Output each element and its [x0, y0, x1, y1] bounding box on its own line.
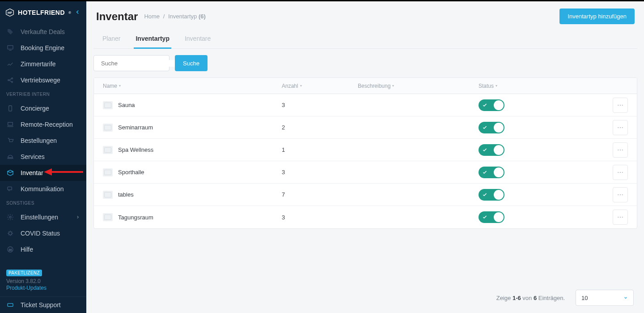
svg-text:HF: HF	[8, 11, 12, 15]
svg-point-28	[622, 172, 623, 172]
tab-planer[interactable]: Planer	[101, 30, 122, 49]
toolbar: Suche	[93, 49, 637, 77]
sidebar-item-label: Verkaufte Deals	[21, 28, 65, 35]
column-count[interactable]: Anzahl▾	[273, 83, 349, 89]
chat-icon	[6, 185, 14, 193]
more-icon	[617, 146, 624, 154]
sidebar-item-inventar[interactable]: Inventar	[0, 165, 86, 181]
sidebar-item-label: Vertriebswege	[21, 77, 60, 84]
sidebar-item-label: Booking Engine	[21, 44, 64, 51]
sort-icon: ▾	[392, 84, 394, 88]
status-toggle[interactable]	[479, 211, 504, 223]
check-icon	[482, 125, 487, 130]
breadcrumb-home[interactable]: Home	[144, 13, 160, 20]
status-toggle[interactable]	[479, 122, 504, 133]
cell-count: 7	[273, 191, 349, 198]
cell-count: 3	[273, 169, 349, 176]
more-icon	[617, 124, 624, 131]
table-row[interactable]: Sauna3	[94, 94, 637, 116]
sidebar-item-concierge[interactable]: Concierge	[0, 100, 86, 116]
monitor-icon	[6, 44, 14, 52]
svg-point-9	[9, 216, 11, 218]
row-actions-button[interactable]	[613, 120, 628, 135]
gear-icon	[6, 213, 14, 221]
status-toggle[interactable]	[479, 99, 504, 111]
sidebar-item-hilfe[interactable]: 24 Hilfe	[0, 241, 86, 257]
sidebar-item-kommunikation[interactable]: Kommunikation	[0, 181, 86, 197]
svg-rect-6	[9, 106, 12, 111]
sidebar-nav: Verkaufte Deals Booking Engine Zimmertar…	[0, 24, 86, 265]
table-row[interactable]: tables7	[94, 184, 637, 206]
row-actions-button[interactable]	[613, 165, 628, 180]
sidebar-item-zimmertarife[interactable]: Zimmertarife	[0, 56, 86, 72]
status-toggle[interactable]	[479, 167, 504, 178]
cell-actions	[604, 210, 637, 225]
sidebar-item-ticket-support[interactable]: Ticket Support	[0, 296, 86, 313]
cell-status	[470, 189, 604, 201]
row-actions-button[interactable]	[613, 142, 628, 158]
svg-rect-7	[8, 122, 13, 125]
cell-status	[470, 122, 604, 133]
sidebar-section-vertrieb-intern: VERTRIEB INTERN	[0, 88, 86, 100]
brand: HF HOTELFRIEND®	[0, 1, 86, 24]
tab-inventartyp[interactable]: Inventartyp	[134, 30, 171, 49]
svg-point-25	[622, 149, 623, 150]
sidebar-item-vertriebswege[interactable]: Vertriebswege	[0, 72, 86, 88]
search-button[interactable]: Suche	[175, 55, 208, 71]
search-field-wrap[interactable]	[93, 55, 169, 71]
cell-count: 3	[273, 214, 349, 221]
collapse-sidebar-icon[interactable]	[75, 9, 81, 17]
sidebar-item-covid-status[interactable]: COVID Status	[0, 225, 86, 241]
brand-logo-icon: HF	[5, 7, 14, 18]
sort-icon: ▾	[496, 84, 497, 88]
version-text: Version 3.82.0	[6, 278, 80, 284]
tab-inventare[interactable]: Inventare	[183, 30, 212, 49]
cell-name: Seminarraum	[94, 124, 273, 132]
column-name[interactable]: Name▾	[94, 83, 273, 89]
product-updates-link[interactable]: Produkt-Updates	[6, 285, 80, 291]
page-title: Inventar	[96, 10, 138, 23]
cell-name: tables	[94, 191, 273, 199]
svg-point-17	[618, 104, 619, 105]
sidebar-item-remote-reception[interactable]: Remote-Reception	[0, 116, 86, 133]
more-icon	[617, 169, 624, 176]
sidebar-item-booking-engine[interactable]: Booking Engine	[0, 40, 86, 56]
add-inventartyp-button[interactable]: Inventartyp hinzufügen	[559, 9, 635, 24]
search-input[interactable]	[101, 60, 176, 67]
sidebar-footer: PAKETLIZENZ Version 3.82.0 Produkt-Updat…	[0, 265, 86, 291]
cell-status	[470, 144, 604, 156]
row-actions-button[interactable]	[613, 187, 628, 202]
status-toggle[interactable]	[479, 189, 504, 201]
chart-icon	[6, 60, 14, 68]
sidebar-item-services[interactable]: Services	[0, 149, 86, 165]
svg-point-18	[620, 104, 621, 105]
sidebar-item-bestellungen[interactable]: Bestellungen	[0, 133, 86, 149]
table-row[interactable]: Sporthalle3	[94, 161, 637, 184]
svg-point-32	[618, 217, 619, 218]
table-header: Name▾ Anzahl▾ Beschreibung▾ Status▾	[94, 78, 637, 94]
svg-point-10	[9, 232, 12, 235]
sidebar-item-einstellungen[interactable]: Einstellungen	[0, 209, 86, 225]
sidebar-item-verkaufte-deals[interactable]: Verkaufte Deals	[0, 24, 86, 40]
check-icon	[482, 147, 487, 153]
column-status[interactable]: Status▾	[470, 83, 604, 89]
sidebar-item-label: Zimmertarife	[21, 60, 56, 68]
cell-name: Sauna	[94, 101, 273, 109]
svg-point-29	[618, 194, 619, 195]
column-desc[interactable]: Beschreibung▾	[349, 83, 470, 89]
status-toggle[interactable]	[479, 144, 504, 156]
table-row[interactable]: Seminarraum2	[94, 116, 637, 139]
table-row[interactable]: Spa Wellness1	[94, 139, 637, 161]
cell-status	[470, 99, 604, 111]
row-actions-button[interactable]	[613, 210, 628, 225]
page-size-value: 10	[581, 295, 588, 301]
row-actions-button[interactable]	[613, 98, 628, 113]
table-row[interactable]: Tagungsraum3	[94, 206, 637, 228]
ticket-icon	[6, 301, 14, 309]
sidebar: HF HOTELFRIEND® Verkaufte Deals Booking …	[0, 1, 86, 313]
sidebar-item-label: Inventar	[21, 169, 43, 176]
page-size-select[interactable]: 10	[576, 290, 634, 306]
sidebar-item-label: Remote-Reception	[21, 121, 73, 128]
virus-icon	[6, 229, 14, 237]
svg-point-3	[8, 80, 9, 81]
